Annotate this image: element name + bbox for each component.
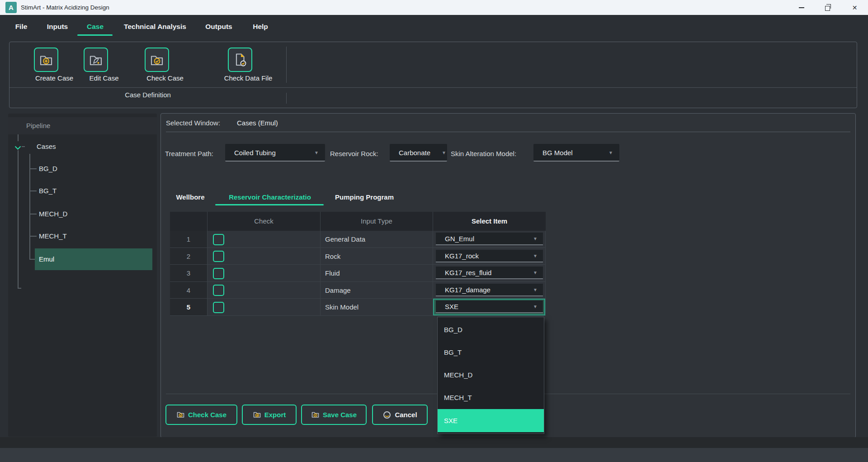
status-bar xyxy=(0,448,868,462)
create-case-button[interactable] xyxy=(34,48,58,72)
tab-wellbore[interactable]: Wellbore xyxy=(174,192,207,202)
check-case-button[interactable] xyxy=(145,48,169,72)
folder-export-icon xyxy=(253,410,261,419)
item-select-value: GN_Emul xyxy=(445,235,474,243)
close-icon: ✕ xyxy=(852,5,858,11)
cancel-button[interactable]: Cancel xyxy=(372,405,428,425)
dropdown-option-bg-t[interactable]: BG_T xyxy=(438,341,544,364)
row-checkbox[interactable] xyxy=(213,268,224,279)
input-type-cell: Rock xyxy=(321,248,433,264)
close-button[interactable]: ✕ xyxy=(841,0,868,15)
check-case-footer-label: Check Case xyxy=(188,411,226,419)
row-checkbox[interactable] xyxy=(213,302,224,313)
edit-case-button[interactable] xyxy=(84,48,108,72)
skin-alteration-model-select[interactable]: BG Model ▼ xyxy=(533,144,619,162)
reservoir-rock-select[interactable]: Carbonate ▼ xyxy=(390,144,447,162)
header-divider xyxy=(166,132,850,132)
check-cell xyxy=(208,265,321,281)
row-checkbox[interactable] xyxy=(213,234,224,245)
row-number: 4 xyxy=(170,282,208,298)
table-row-active: 5 Skin Model SXE▼ xyxy=(170,299,546,316)
open-dropdown-list: BG_D BG_T MECH_D MECH_T SXE xyxy=(437,317,544,434)
tree-line xyxy=(29,154,30,259)
tree-line xyxy=(29,259,35,260)
row-number: 3 xyxy=(170,265,208,281)
check-cell xyxy=(208,231,321,248)
tree-line xyxy=(18,134,19,141)
folder-save-icon xyxy=(311,410,320,419)
tree-item-emul-selected[interactable]: Emul xyxy=(35,248,152,270)
item-select[interactable]: KG17_res_fluid▼ xyxy=(436,267,543,279)
select-item-cell-active: SXE▼ xyxy=(433,299,546,315)
tree-node-cases[interactable]: Cases xyxy=(37,141,56,152)
toolbar-divider xyxy=(9,87,857,88)
tab-pumping-program[interactable]: Pumping Program xyxy=(333,192,396,202)
check-cell xyxy=(208,248,321,264)
item-select-value: KG17_damage xyxy=(445,286,491,294)
dropdown-option-mech-t[interactable]: MECH_T xyxy=(438,386,544,409)
input-type-cell: Damage xyxy=(321,282,433,298)
export-button[interactable]: Export xyxy=(242,405,297,425)
treatment-path-value: Coiled Tubing xyxy=(234,149,276,157)
item-select-value: KG17_rock xyxy=(445,252,479,260)
select-item-cell: GN_Emul▼ xyxy=(433,231,546,248)
dropdown-option-sxe-highlighted[interactable]: SXE xyxy=(438,409,544,432)
check-data-file-button[interactable] xyxy=(228,48,252,72)
tree-item-bg-t[interactable]: BG_T xyxy=(39,185,152,197)
tree-line xyxy=(29,191,37,191)
treatment-path-select[interactable]: Coiled Tubing ▼ xyxy=(225,144,325,162)
tab-reservoir-characterization[interactable]: Reservoir Characterizatio xyxy=(225,192,315,202)
restore-button[interactable] xyxy=(815,0,841,15)
pipeline-header: Pipeline xyxy=(8,117,157,134)
save-case-label: Save Case xyxy=(323,411,357,419)
select-item-cell: KG17_rock▼ xyxy=(433,248,546,264)
cancel-circle-icon xyxy=(382,410,392,419)
header-check: Check xyxy=(208,212,321,231)
row-checkbox[interactable] xyxy=(213,251,224,262)
reservoir-rock-value: Carbonate xyxy=(399,149,430,157)
tree-item-bg-d[interactable]: BG_D xyxy=(39,163,152,175)
table-row: 1 General Data GN_Emul▼ xyxy=(170,231,546,248)
header-row-number xyxy=(170,212,208,231)
header-select-item: Select Item xyxy=(433,212,546,231)
menu-technical-analysis[interactable]: Technical Analysis xyxy=(121,15,189,38)
menu-help[interactable]: Help xyxy=(250,15,271,38)
minimize-button[interactable] xyxy=(788,0,815,15)
dropdown-option-mech-d[interactable]: MECH_D xyxy=(438,364,544,386)
case-editor-panel: Selected Window: Cases (Emul) Treatment … xyxy=(160,113,856,438)
active-tab-underline xyxy=(215,204,324,205)
menu-outputs[interactable]: Outputs xyxy=(202,15,236,38)
check-case-footer-button[interactable]: Check Case xyxy=(165,405,237,425)
table-row: 4 Damage KG17_damage▼ xyxy=(170,282,546,299)
item-select-open[interactable]: SXE▼ xyxy=(436,300,543,313)
tree-item-mech-d[interactable]: MECH_D xyxy=(39,208,152,220)
tree-line xyxy=(18,150,19,288)
row-checkbox[interactable] xyxy=(213,285,224,296)
window-title: StimArt - Matrix Acidizing Design xyxy=(21,0,109,15)
header-input-type: Input Type xyxy=(321,212,433,231)
toolbar-separator xyxy=(286,47,287,83)
toolbar-case-definition: Create Case Edit Case Check Case Check D… xyxy=(9,42,857,108)
dropdown-option-bg-d[interactable]: BG_D xyxy=(438,319,544,341)
tree-item-mech-t[interactable]: MECH_T xyxy=(39,230,152,242)
input-type-cell: General Data xyxy=(321,231,433,248)
tree-line xyxy=(29,168,37,169)
item-select-value: SXE xyxy=(445,303,458,310)
save-case-button[interactable]: Save Case xyxy=(301,405,367,425)
menu-inputs[interactable]: Inputs xyxy=(43,15,71,38)
table-row: 3 Fluid KG17_res_fluid▼ xyxy=(170,265,546,282)
item-select[interactable]: KG17_damage▼ xyxy=(436,284,543,296)
selected-window-label: Selected Window: xyxy=(166,119,220,127)
cancel-label: Cancel xyxy=(395,411,417,419)
chevron-down-icon[interactable] xyxy=(14,144,21,152)
item-select[interactable]: GN_Emul▼ xyxy=(436,233,543,245)
item-select[interactable]: KG17_rock▼ xyxy=(436,250,543,262)
export-label: Export xyxy=(264,411,286,419)
tree-line xyxy=(29,214,37,214)
dropdown-arrow-icon: ▼ xyxy=(533,300,538,313)
dropdown-arrow-icon: ▼ xyxy=(314,144,319,162)
treatment-path-label: Treatment Path: xyxy=(165,150,213,157)
check-cell xyxy=(208,299,321,315)
menu-file[interactable]: File xyxy=(12,15,31,38)
select-item-cell: KG17_res_fluid▼ xyxy=(433,265,546,281)
